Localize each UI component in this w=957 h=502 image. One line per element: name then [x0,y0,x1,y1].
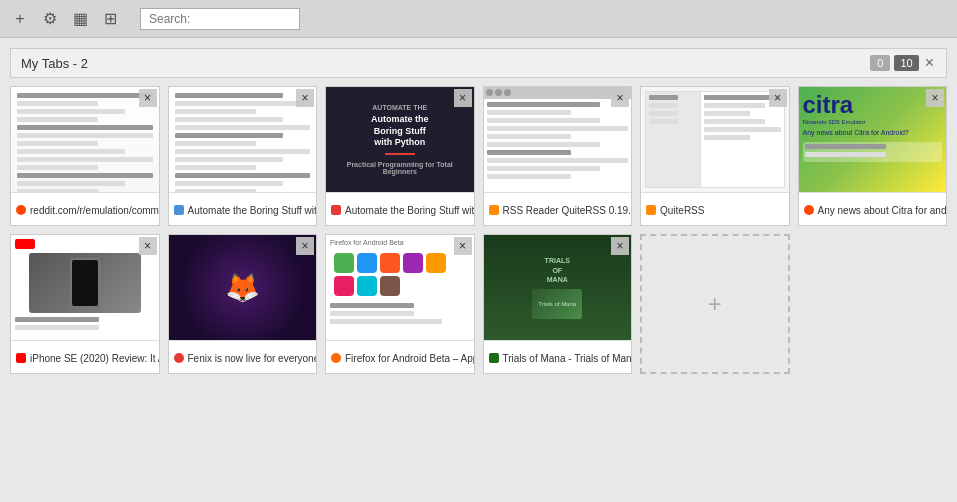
tab-card[interactable]: Firefox for Android Beta × [325,234,475,374]
tab-close-button[interactable]: × [139,89,157,107]
badge-10[interactable]: 10 [894,55,918,71]
add-icon[interactable]: + [10,9,30,29]
tab-thumbnail [169,87,317,192]
tab-title: QuiteRSS [641,192,789,226]
tab-title: Automate the Boring Stuff with P [169,192,317,226]
tab-title: reddit.com/r/emulation/commer [11,192,159,226]
add-group-card[interactable]: + [640,234,790,374]
tab-title: Fenix is now live for everyone in [169,340,317,374]
tab-title: RSS Reader QuiteRSS 0.19.4 c [484,192,632,226]
tab-close-button[interactable]: × [926,89,944,107]
tab-close-button[interactable]: × [296,89,314,107]
group-controls: 0 10 × [870,55,936,71]
tab-thumbnail [641,87,789,192]
tab-thumbnail: 🦊 [169,235,317,340]
group-header: My Tabs - 2 0 10 × [10,48,947,78]
main-content: My Tabs - 2 0 10 × [0,38,957,384]
tab-thumbnail [484,87,632,192]
tab-card[interactable]: × QuiteRSS [640,86,790,226]
tab-close-button[interactable]: × [769,89,787,107]
grid-icon-1[interactable]: ▦ [70,9,90,29]
tab-title: Firefox for Android Beta – Apps [326,340,474,374]
tab-thumbnail: AUTOMATE THE Automate theBoring Stuffwit… [326,87,474,192]
add-group-icon: + [708,290,722,318]
tab-close-button[interactable]: × [139,237,157,255]
grid-icon-2[interactable]: ⊞ [100,9,120,29]
tab-card[interactable]: AUTOMATE THE Automate theBoring Stuffwit… [325,86,475,226]
toolbar: + ⚙ ▦ ⊞ [0,0,957,38]
tab-title: iPhone SE (2020) Review: It All [11,340,159,374]
group-title: My Tabs - 2 [21,56,88,71]
tab-card[interactable]: citra Nintendo 3DS Emulator Any news abo… [798,86,948,226]
tab-card[interactable]: × iPhone SE (2020) Review: It All [10,234,160,374]
tab-close-button[interactable]: × [611,237,629,255]
tab-close-button[interactable]: × [454,89,472,107]
tab-close-button[interactable]: × [454,237,472,255]
tab-thumbnail [11,235,159,340]
tab-card[interactable]: 🦊 × Fenix is now live for everyone in [168,234,318,374]
close-group-button[interactable]: × [923,55,936,71]
tab-card[interactable]: TRIALSOFMANA Trials of Mana × Trials of … [483,234,633,374]
tab-thumbnail: Firefox for Android Beta [326,235,474,340]
settings-icon[interactable]: ⚙ [40,9,60,29]
search-input[interactable] [140,8,300,30]
tab-card[interactable]: × RSS Reader QuiteRSS 0.19.4 c [483,86,633,226]
tab-close-button[interactable]: × [296,237,314,255]
tabs-grid: × reddit.com/r/emulation/commer [10,86,947,374]
tab-title: Automate the Boring Stuff with P [326,192,474,226]
badge-0[interactable]: 0 [870,55,890,71]
tab-thumbnail [11,87,159,192]
tab-card[interactable]: × reddit.com/r/emulation/commer [10,86,160,226]
tab-thumbnail: citra Nintendo 3DS Emulator Any news abo… [799,87,947,192]
tab-card[interactable]: × Automate the Boring Stuff with P [168,86,318,226]
tab-title: Trials of Mana - Trials of Mana P [484,340,632,374]
tab-title: Any news about Citra for androi [799,192,947,226]
tab-thumbnail: TRIALSOFMANA Trials of Mana [484,235,632,340]
tab-close-button[interactable]: × [611,89,629,107]
